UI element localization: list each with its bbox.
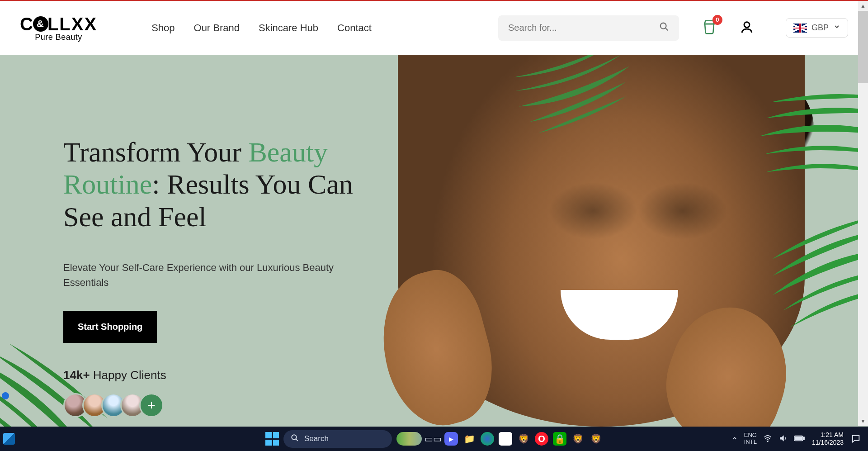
clock-time: 1:21 AM: [821, 431, 844, 439]
clock-button[interactable]: 1:21 AM 11/16/2023: [812, 431, 844, 446]
taskbar-app-explorer[interactable]: 📁: [462, 432, 476, 446]
chevron-down-icon: [833, 23, 840, 33]
brand-logo[interactable]: C & LLXX Pure Beauty: [20, 14, 97, 42]
widgets-icon: [3, 433, 15, 445]
cart-button[interactable]: 0: [702, 19, 717, 37]
search-box[interactable]: [498, 15, 679, 41]
hero-title-accent-2: Routine: [63, 169, 152, 199]
client-avatars: +: [63, 393, 380, 418]
taskbar-app-brave[interactable]: 🦁: [517, 432, 530, 446]
svg-rect-8: [795, 437, 802, 440]
happy-clients-stat: 14k+ Happy Clients: [63, 368, 380, 382]
scroll-down-button[interactable]: ▼: [858, 416, 868, 426]
taskbar-search-label: Search: [304, 434, 329, 443]
lang-bottom: INTL: [744, 439, 757, 446]
copilot-button[interactable]: [396, 432, 422, 446]
hero-title-pre: Transform Your: [63, 137, 248, 167]
svg-line-1: [665, 28, 668, 30]
start-shopping-button[interactable]: Start Shopping: [63, 311, 157, 343]
svg-rect-7: [803, 437, 804, 440]
currency-selector[interactable]: GBP: [786, 18, 848, 38]
search-icon[interactable]: [659, 22, 669, 34]
taskbar-search[interactable]: Search: [283, 430, 392, 448]
search-input[interactable]: [508, 23, 659, 33]
more-avatars-button[interactable]: +: [139, 393, 164, 418]
brand-tagline: Pure Beauty: [35, 33, 82, 42]
nav-our-brand[interactable]: Our Brand: [194, 22, 240, 34]
task-view-button[interactable]: ▭▭: [426, 432, 440, 446]
svg-point-2: [744, 22, 750, 27]
svg-line-4: [296, 439, 298, 441]
svg-point-0: [660, 23, 666, 28]
scroll-thumb[interactable]: [858, 11, 868, 83]
battery-icon[interactable]: [794, 435, 805, 443]
taskbar-app-brave-nightly[interactable]: 🦁: [589, 432, 603, 446]
header-actions: 0 GBP: [702, 18, 848, 38]
svg-point-5: [767, 441, 768, 442]
windows-taskbar: Search ▭▭ ▸ 📁 🦁 O 🔒 🦁 🦁 ENG INTL 1:21 AM…: [0, 427, 868, 451]
hero-title: Transform Your Beauty Routine: Results Y…: [63, 136, 380, 233]
site-header: C & LLXX Pure Beauty Shop Our Brand Skin…: [0, 1, 868, 55]
tray-overflow-button[interactable]: [731, 435, 738, 443]
page-scrollbar[interactable]: ▲ ▼: [858, 1, 868, 426]
hero-copy: Transform Your Beauty Routine: Results Y…: [63, 136, 380, 418]
taskbar-app-store[interactable]: [499, 432, 512, 446]
taskbar-right: ENG INTL 1:21 AM 11/16/2023: [731, 431, 868, 446]
taskbar-app-chat[interactable]: ▸: [444, 432, 458, 446]
taskbar-app-opera[interactable]: O: [535, 432, 548, 446]
stat-label: Happy Clients: [90, 368, 166, 382]
search-icon: [291, 434, 299, 444]
svg-point-3: [292, 435, 297, 440]
hero-title-accent-1: Beauty: [248, 137, 328, 167]
brand-name-left: C: [20, 14, 34, 34]
hero-section: Transform Your Beauty Routine: Results Y…: [0, 55, 868, 427]
overlay-indicator-icon: [2, 392, 9, 399]
start-button[interactable]: [265, 432, 279, 446]
taskbar-app-brave-beta[interactable]: 🦁: [571, 432, 585, 446]
primary-nav: Shop Our Brand Skincare Hub Contact: [151, 22, 372, 34]
brand-wordmark: C & LLXX: [20, 14, 97, 34]
system-tray: ENG INTL: [731, 432, 805, 446]
uk-flag-icon: [793, 24, 807, 33]
cart-count-badge: 0: [712, 15, 722, 25]
lang-top: ENG: [744, 432, 757, 439]
brand-name-right: LLXX: [47, 14, 97, 34]
notifications-button[interactable]: [851, 434, 861, 444]
currency-code: GBP: [811, 23, 829, 33]
scroll-up-button[interactable]: ▲: [858, 1, 868, 11]
widgets-button[interactable]: [0, 433, 18, 445]
nav-contact[interactable]: Contact: [337, 22, 372, 34]
nav-shop[interactable]: Shop: [151, 22, 175, 34]
clock-date: 11/16/2023: [812, 439, 844, 446]
wifi-icon[interactable]: [763, 434, 772, 444]
account-button[interactable]: [740, 20, 754, 36]
language-button[interactable]: ENG INTL: [744, 432, 757, 446]
taskbar-app-edge[interactable]: [481, 432, 494, 446]
hero-subtitle: Elevate Your Self-Care Experience with o…: [63, 260, 344, 290]
ampersand-icon: &: [33, 16, 48, 32]
taskbar-center: Search ▭▭ ▸ 📁 🦁 O 🔒 🦁 🦁: [265, 430, 603, 448]
stat-count: 14k+: [63, 368, 90, 382]
volume-icon[interactable]: [778, 434, 788, 444]
taskbar-app-security[interactable]: 🔒: [553, 432, 566, 446]
nav-skincare-hub[interactable]: Skincare Hub: [259, 22, 318, 34]
